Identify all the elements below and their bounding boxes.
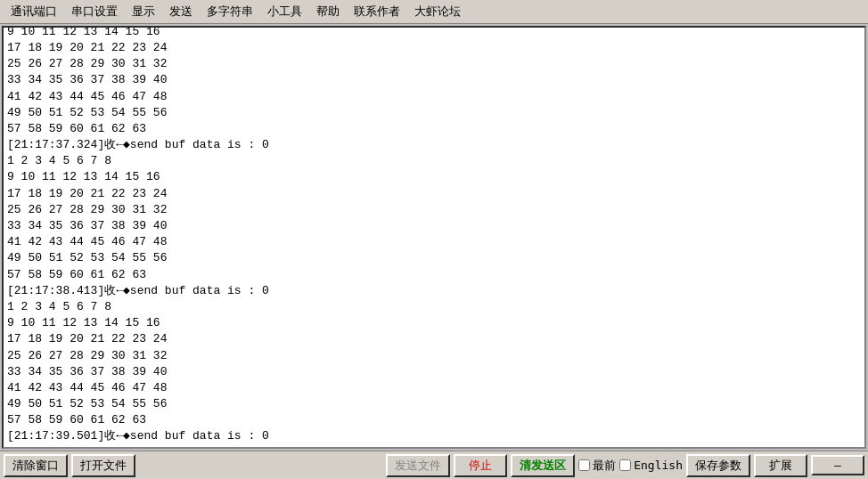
send-area-button[interactable]: 清发送区 [511,454,575,477]
save-params-button[interactable]: 保存参数 [686,454,750,477]
menu-send[interactable]: 发送 [162,2,200,21]
menu-display[interactable]: 显示 [125,2,162,21]
send-file-button[interactable]: 发送文件 [386,454,450,477]
terminal-output[interactable]: [21:17:36.227]收←◆test code is 16 hello w… [2,26,866,449]
main-content: [21:17:36.227]收←◆test code is 16 hello w… [0,24,868,451]
menu-tools[interactable]: 小工具 [260,2,309,21]
clear-window-button[interactable]: 清除窗口 [4,454,68,477]
english-label: English [634,459,683,472]
stop-button[interactable]: 停止 [454,454,507,477]
menu-help[interactable]: 帮助 [309,2,347,21]
menu-forum[interactable]: 大虾论坛 [407,2,468,21]
menu-comport[interactable]: 通讯端口 [4,2,64,21]
menu-contact[interactable]: 联系作者 [347,2,407,21]
latest-checkbox[interactable] [578,459,590,471]
open-file-button[interactable]: 打开文件 [71,454,135,477]
menu-serial-settings[interactable]: 串口设置 [64,2,125,21]
menu-bar: 通讯端口 串口设置 显示 发送 多字符串 小工具 帮助 联系作者 大虾论坛 [0,0,868,24]
english-checkbox-group: English [619,459,683,472]
latest-checkbox-group: 最前 [578,458,616,474]
minus-button[interactable]: — [811,455,864,475]
expand-button[interactable]: 扩展 [754,454,807,477]
latest-label: 最前 [593,458,616,474]
bottom-toolbar: 清除窗口 打开文件 发送文件 停止 清发送区 最前 English 保存参数 扩… [0,451,868,479]
english-checkbox[interactable] [619,459,631,471]
menu-multistring[interactable]: 多字符串 [200,2,260,21]
